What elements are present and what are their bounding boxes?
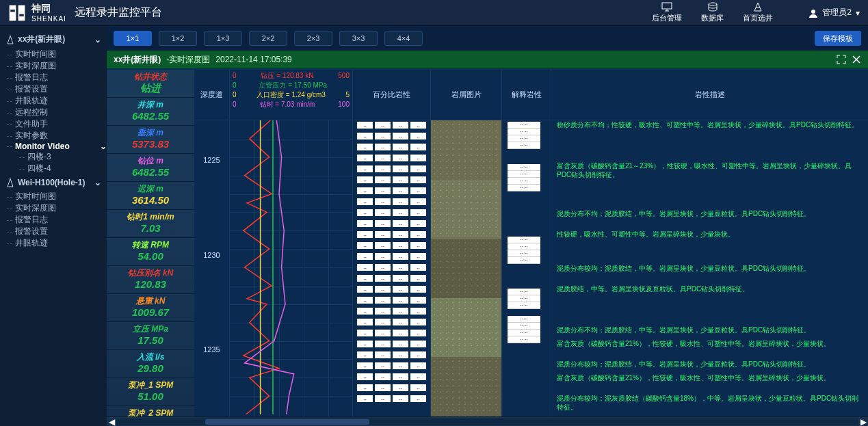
nav-monitor-video[interactable]: Monitor Video ⌄	[0, 142, 107, 151]
nav-remote-control[interactable]: 远程控制	[0, 107, 107, 118]
curves-plot[interactable]	[230, 120, 352, 416]
nav-alarm-log-2[interactable]: 报警日志	[0, 214, 107, 226]
layout-2x2[interactable]: 2×2	[249, 31, 287, 46]
lith-row: --------	[357, 330, 426, 336]
rock-sample-image	[431, 298, 501, 358]
main-area: 1×1 1×2 1×3 2×2 2×3 3×3 4×4 保存模板 xx井(新井眼…	[107, 26, 868, 426]
well-node-2[interactable]: Wei-H100(Hole-1) ⌄	[0, 174, 107, 191]
param-label: 泵冲_1 SPM	[111, 380, 190, 390]
legend-row: 0钻压 = 120.83 kN500	[233, 71, 350, 81]
lith-row: --------	[357, 308, 426, 315]
layout-1x1[interactable]: 1×1	[114, 31, 152, 46]
layout-toolbar: 1×1 1×2 1×3 2×2 2×3 3×3 4×4 保存模板	[107, 26, 868, 51]
nav-realtime-params[interactable]: 实时参数	[0, 130, 107, 142]
lith-row: --------	[357, 351, 426, 358]
param-value: 7.03	[111, 222, 190, 235]
close-icon[interactable]	[852, 55, 861, 64]
user-menu[interactable]: 管理员2 ▾	[808, 7, 860, 18]
video-item-1[interactable]: 四楼-3	[0, 151, 107, 163]
param-label: 钻时1 min/m	[111, 211, 190, 222]
param-card[interactable]: 钻井状态 钻进	[107, 70, 194, 98]
lith-row: --------	[357, 187, 426, 194]
param-card[interactable]: 泵冲_1 SPM 51.00	[107, 378, 194, 406]
param-label: 井深 m	[111, 99, 190, 110]
lith-description: 泥质分布较均；泥灰质胶结（碳酸钙含量18%），中等。岩屑呈块状，少量豆粒状。具P…	[557, 394, 863, 412]
nav-realtime-time-2[interactable]: 实时时间图	[0, 191, 107, 202]
horizontal-scrollbar[interactable]: ◀ ▶	[107, 416, 868, 426]
param-label: 钻井状态	[111, 71, 190, 82]
param-card[interactable]: 钻位 m 6482.55	[107, 154, 194, 182]
lith-description: 性较硬，吸水性、可塑性中等。岩屑呈碎块状，少量块状。	[557, 230, 863, 239]
param-value: 6482.55	[111, 110, 190, 122]
svg-rect-0	[10, 5, 16, 21]
layout-4x4[interactable]: 4×4	[384, 31, 423, 46]
panel-title: xx井(新井眼)	[114, 54, 161, 66]
param-card[interactable]: 井深 m 6482.55	[107, 98, 194, 126]
param-card[interactable]: 垂深 m 5373.83	[107, 126, 194, 154]
rock-sample-image	[431, 120, 501, 180]
rock-sample-image	[431, 357, 501, 416]
param-value: 钻进	[111, 82, 190, 94]
depth-tick: 1230	[194, 251, 229, 259]
depth-head: 深度道	[194, 70, 229, 120]
curves-column: 0钻压 = 120.83 kN5000立管压力 = 17.50 MPa0入口密度…	[230, 70, 353, 416]
param-card[interactable]: 迟深 m 3614.50	[107, 182, 194, 210]
layout-3x3[interactable]: 3×3	[339, 31, 378, 46]
nav-alarm-settings-2[interactable]: 报警设置	[0, 226, 107, 237]
layout-1x3[interactable]: 1×3	[204, 31, 242, 46]
param-card[interactable]: 钻压别名 kN 120.83	[107, 266, 194, 294]
depth-ticks: 1225 1230 1235	[194, 120, 229, 416]
scroll-track[interactable]	[116, 418, 858, 425]
param-card[interactable]: 立压 MPa 17.50	[107, 322, 194, 350]
brand: 神同 SHENKAI	[8, 3, 66, 23]
param-card[interactable]: 入流 l/s 29.80	[107, 350, 194, 378]
param-value: 120.83	[111, 278, 190, 291]
lith-row: --------	[357, 341, 426, 347]
nav-database[interactable]: 数据库	[701, 2, 724, 23]
param-value: 17.50	[111, 334, 190, 347]
panel-timestamp: 2022-11-14 17:05:39	[215, 55, 291, 64]
nav-wellbore-traj[interactable]: 井眼轨迹	[0, 95, 107, 107]
param-card[interactable]: 泵冲_2 SPM 40.00	[107, 406, 194, 416]
save-template-button[interactable]: 保存模板	[815, 31, 861, 46]
param-card[interactable]: 转速 RPM 54.00	[107, 238, 194, 266]
layout-1x2[interactable]: 1×2	[159, 31, 197, 46]
svg-rect-4	[662, 3, 672, 9]
interp-box: -- ---- ---- ---- --	[508, 164, 540, 191]
nav-alarm-log[interactable]: 报警日志	[0, 72, 107, 83]
app-title: 远程录井监控平台	[75, 5, 162, 20]
lith-description: 泥质分布不均；泥质胶结，中等。岩屑呈块状，少量豆粒状。具PDC钻头切削特征。	[557, 209, 863, 218]
scroll-right-icon[interactable]: ▶	[858, 417, 868, 427]
nav-admin[interactable]: 后台管理	[652, 2, 682, 23]
chevron-down-icon: ⌄	[100, 142, 107, 151]
nav-wellbore-traj-2[interactable]: 井眼轨迹	[0, 237, 107, 249]
fullscreen-icon[interactable]	[837, 55, 846, 64]
param-card[interactable]: 悬重 kN 1009.67	[107, 294, 194, 322]
derrick-icon	[5, 35, 15, 44]
scroll-thumb[interactable]	[205, 419, 369, 425]
panel-subtitle: -实时深度图	[166, 54, 210, 66]
chevron-down-icon: ▾	[856, 8, 860, 18]
scroll-left-icon[interactable]: ◀	[107, 417, 116, 427]
nav-select-well[interactable]: 首页选井	[743, 2, 773, 23]
depth-tick: 1235	[194, 345, 229, 354]
layout-2x3[interactable]: 2×3	[294, 31, 332, 46]
well-node-1[interactable]: xx井(新井眼) ⌄	[0, 30, 107, 49]
nav-alarm-settings[interactable]: 报警设置	[0, 83, 107, 95]
nav-realtime-depth-2[interactable]: 实时深度图	[0, 202, 107, 214]
param-label: 转速 RPM	[111, 239, 190, 250]
video-item-2[interactable]: 四楼-4	[0, 163, 107, 174]
param-label: 立压 MPa	[111, 323, 190, 334]
lith-description: 泥质分布较均；泥质胶结，中等。岩屑呈块状，少量豆粒状。具PDC钻头切削特征。	[557, 264, 863, 273]
depth-tick: 1225	[194, 156, 229, 164]
database-icon	[707, 2, 718, 12]
interp-box: -- ---- ---- ---- --	[508, 122, 540, 149]
app-header: 神同 SHENKAI 远程录井监控平台 后台管理 数据库 首页选井 管理员2 ▾	[0, 0, 868, 26]
nav-file-helper[interactable]: 文件助手	[0, 118, 107, 130]
lith-description: 泥质胶结，中等。岩屑呈块状及豆粒状。具PDC钻头切削特征。	[557, 284, 863, 293]
nav-realtime-time[interactable]: 实时时间图	[0, 49, 107, 60]
nav-realtime-depth[interactable]: 实时深度图	[0, 60, 107, 72]
svg-rect-3	[19, 14, 24, 16]
rock-sample-image	[431, 180, 501, 239]
param-card[interactable]: 钻时1 min/m 7.03	[107, 210, 194, 238]
